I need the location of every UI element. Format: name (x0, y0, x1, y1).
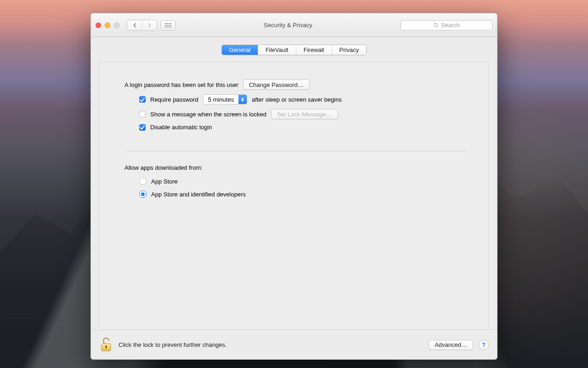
window-title: Security & Privacy (179, 22, 397, 29)
require-password-checkbox[interactable] (139, 96, 146, 103)
preferences-window: Security & Privacy Search General FileVa… (90, 13, 498, 360)
section-divider (124, 151, 466, 151)
search-field[interactable]: Search (401, 20, 492, 30)
tab-firewall[interactable]: Firewall (296, 45, 332, 55)
general-panel: A login password has been set for this u… (99, 62, 489, 330)
back-button[interactable] (127, 20, 142, 30)
show-lock-message-label: Show a message when the screen is locked (150, 111, 266, 118)
gatekeeper-app-store-label: App Store (151, 178, 178, 185)
svg-rect-2 (106, 346, 107, 349)
search-icon (433, 23, 439, 28)
nav-back-forward (127, 20, 157, 31)
window-footer: Click the lock to prevent further change… (91, 330, 497, 359)
gatekeeper-opt1-row: App Store (124, 178, 466, 185)
require-password-row: Require password 5 minutes after sleep o… (124, 94, 466, 104)
set-lock-message-button: Set Lock Message… (271, 109, 338, 119)
tab-bar: General FileVault Firewall Privacy (221, 45, 367, 55)
search-placeholder: Search (441, 22, 460, 29)
disable-auto-login-row: Disable automatic login (124, 124, 466, 131)
zoom-window-button[interactable] (114, 23, 119, 28)
traffic-lights (96, 23, 119, 28)
lock-message: Click the lock to prevent further change… (119, 341, 227, 348)
show-lock-message-checkbox[interactable] (139, 111, 146, 117)
login-password-heading: A login password has been set for this u… (124, 81, 238, 88)
gatekeeper-heading: Allow apps downloaded from: (124, 164, 203, 171)
grid-icon (165, 23, 171, 28)
titlebar: Security & Privacy Search (91, 13, 497, 37)
select-stepper-icon (238, 95, 247, 104)
tab-general[interactable]: General (222, 45, 258, 55)
show-all-button[interactable] (161, 20, 175, 30)
gatekeeper-app-store-radio[interactable] (139, 178, 147, 185)
login-password-row: A login password has been set for this u… (124, 80, 466, 90)
disable-auto-login-checkbox[interactable] (139, 124, 146, 131)
tab-privacy[interactable]: Privacy (332, 45, 367, 55)
show-lock-message-row: Show a message when the screen is locked… (124, 109, 466, 119)
require-password-label-pre: Require password (150, 96, 198, 103)
help-button[interactable]: ? (479, 340, 489, 350)
require-password-delay-value: 5 minutes (204, 96, 238, 103)
gatekeeper-app-store-dev-label: App Store and identified developers (151, 191, 246, 198)
disable-auto-login-label: Disable automatic login (150, 124, 212, 131)
change-password-button[interactable]: Change Password… (243, 80, 310, 90)
advanced-button[interactable]: Advanced… (429, 340, 473, 350)
chevron-left-icon (133, 23, 137, 28)
gatekeeper-opt2-row: App Store and identified developers (124, 190, 466, 198)
require-password-label-post: after sleep or screen saver begins (252, 96, 342, 103)
chevron-right-icon (147, 23, 152, 28)
lock-icon[interactable] (99, 337, 113, 353)
gatekeeper-app-store-dev-radio[interactable] (139, 190, 147, 198)
minimize-window-button[interactable] (105, 23, 110, 28)
require-password-delay-select[interactable]: 5 minutes (203, 94, 247, 104)
gatekeeper-heading-row: Allow apps downloaded from: (124, 164, 466, 171)
content-area: General FileVault Firewall Privacy A log… (91, 37, 497, 330)
close-window-button[interactable] (96, 23, 101, 28)
tab-filevault[interactable]: FileVault (258, 45, 296, 55)
forward-button[interactable] (142, 20, 157, 30)
